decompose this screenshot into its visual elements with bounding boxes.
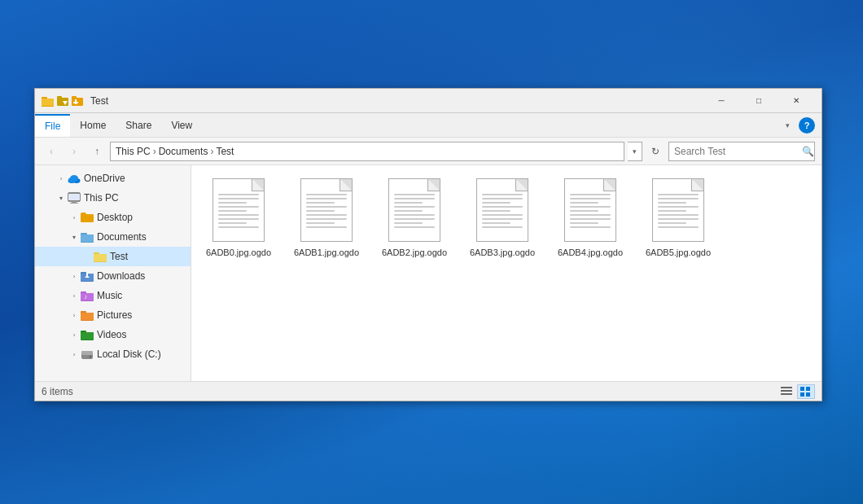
svg-rect-17	[70, 203, 78, 204]
svg-rect-2	[42, 99, 54, 106]
test-folder-icon	[94, 250, 107, 263]
svg-rect-47	[800, 392, 804, 397]
file-item-5[interactable]: 6ADB5.jpg.ogdo	[637, 172, 719, 261]
expand-arrow-videos: ›	[68, 328, 81, 341]
expand-arrow-downloads: ›	[68, 270, 81, 283]
address-path[interactable]: This PC › Documents › Test	[110, 142, 624, 161]
expand-arrow-onedrive: ›	[55, 172, 68, 185]
expand-arrow-documents: ▾	[68, 230, 81, 243]
sidebar-item-onedrive[interactable]: › OneDrive	[35, 169, 191, 188]
address-dropdown-button[interactable]: ▾	[628, 142, 642, 161]
details-view-button[interactable]	[778, 384, 795, 399]
thispc-icon	[68, 191, 81, 204]
breadcrumb-test[interactable]: Test	[216, 146, 234, 157]
sidebar-item-desktop[interactable]: › Desktop	[35, 208, 191, 227]
onedrive-icon	[68, 172, 81, 185]
svg-rect-20	[81, 234, 94, 242]
videos-icon	[81, 328, 94, 341]
svg-rect-46	[806, 387, 810, 391]
main-area: › OneDrive ▾	[35, 165, 821, 381]
sidebar-item-documents[interactable]: ▾ Documents	[35, 227, 191, 247]
file-item-1[interactable]: 6ADB1.jpg.ogdo	[286, 172, 367, 261]
svg-point-41	[90, 356, 92, 358]
sidebar-item-test[interactable]: › Test	[35, 247, 191, 266]
sidebar-item-videos[interactable]: › Videos	[35, 325, 191, 344]
file-icon-2	[385, 178, 444, 243]
file-item-0[interactable]: 6ADB0.jpg.ogdo	[198, 172, 279, 261]
menu-home[interactable]: Home	[70, 115, 116, 136]
sidebar-label-desktop: Desktop	[97, 212, 133, 223]
svg-point-13	[68, 177, 75, 182]
svg-rect-42	[781, 387, 792, 388]
search-input[interactable]	[669, 146, 801, 157]
sidebar-item-pictures[interactable]: › Pictures	[35, 305, 191, 325]
file-icon-1	[297, 178, 356, 243]
sidebar-label-downloads: Downloads	[97, 270, 145, 282]
expand-arrow-thispc: ▾	[55, 191, 68, 204]
menu-share[interactable]: Share	[116, 115, 161, 136]
menu-bar: File Home Share View ▾ ?	[35, 113, 821, 138]
file-name-4: 6ADB4.jpg.ogdo	[558, 247, 623, 258]
refresh-button[interactable]: ↻	[646, 142, 665, 161]
sidebar-item-music[interactable]: › ♪ Music	[35, 286, 191, 305]
sidebar-label-music: Music	[97, 290, 122, 301]
disk-icon	[81, 348, 94, 361]
downloads-icon	[81, 270, 94, 283]
back-button[interactable]: ‹	[42, 142, 61, 161]
close-button[interactable]: ✕	[778, 89, 815, 113]
sidebar: › OneDrive ▾	[35, 165, 191, 381]
sidebar-label-pictures: Pictures	[97, 309, 132, 321]
sidebar-item-downloads[interactable]: › Downloads	[35, 266, 191, 286]
maximize-button[interactable]: □	[740, 89, 778, 113]
address-bar: ‹ › ↑ This PC › Documents › Test ▾ ↻ 🔍	[35, 138, 821, 165]
svg-rect-43	[781, 390, 792, 392]
file-item-2[interactable]: 6ADB2.jpg.ogdo	[374, 172, 455, 261]
title-bar-icons	[42, 94, 84, 107]
menu-file[interactable]: File	[35, 114, 70, 137]
breadcrumb-documents[interactable]: Documents	[159, 146, 208, 157]
svg-text:♪: ♪	[84, 293, 87, 300]
file-name-2: 6ADB2.jpg.ogdo	[382, 247, 447, 258]
file-icon-4	[561, 178, 620, 243]
svg-rect-48	[806, 392, 810, 397]
quick-access-icon2	[71, 94, 84, 107]
file-explorer-window: Test ─ □ ✕ File Home Share View ▾ ? ‹ › …	[34, 88, 822, 401]
minimize-button[interactable]: ─	[703, 89, 740, 113]
sidebar-label-videos: Videos	[97, 329, 126, 340]
search-submit-button[interactable]: 🔍	[801, 142, 814, 161]
svg-rect-7	[72, 96, 77, 99]
ribbon-collapse-button[interactable]: ▾	[779, 117, 795, 134]
breadcrumb-this-pc[interactable]: This PC	[116, 146, 151, 157]
item-count: 6 items	[42, 386, 778, 397]
svg-rect-38	[81, 332, 94, 340]
svg-rect-16	[72, 201, 77, 203]
sidebar-item-localdisk[interactable]: › Local Disk (C:)	[35, 344, 191, 364]
up-button[interactable]: ↑	[87, 142, 107, 161]
title-bar: Test ─ □ ✕	[35, 89, 821, 113]
menu-view[interactable]: View	[161, 115, 202, 136]
svg-rect-40	[81, 351, 93, 355]
svg-rect-9	[73, 102, 78, 103]
sidebar-item-thispc[interactable]: ▾ This PC	[35, 188, 191, 208]
status-bar: 6 items	[35, 381, 821, 401]
file-item-4[interactable]: 6ADB4.jpg.ogdo	[550, 172, 631, 261]
svg-rect-28	[86, 274, 88, 278]
svg-rect-15	[68, 194, 80, 200]
sidebar-label-localdisk: Local Disk (C:)	[97, 348, 161, 360]
sidebar-label-test: Test	[110, 251, 128, 262]
expand-arrow-localdisk: ›	[68, 348, 81, 361]
expand-arrow-music: ›	[68, 289, 81, 302]
file-icon-5	[649, 178, 707, 243]
music-icon: ♪	[81, 289, 94, 302]
large-icons-view-button[interactable]	[797, 384, 815, 399]
svg-rect-44	[781, 393, 792, 395]
window-title: Test	[90, 95, 703, 107]
menu-bar-right: ▾ ?	[779, 117, 821, 134]
help-button[interactable]: ?	[799, 117, 815, 134]
documents-folder-icon	[81, 230, 94, 243]
window-controls: ─ □ ✕	[703, 89, 815, 113]
file-item-3[interactable]: 6ADB3.jpg.ogdo	[462, 172, 543, 261]
expand-arrow-pictures: ›	[68, 309, 81, 322]
desktop-folder-icon	[81, 211, 94, 224]
forward-button[interactable]: ›	[64, 142, 84, 161]
